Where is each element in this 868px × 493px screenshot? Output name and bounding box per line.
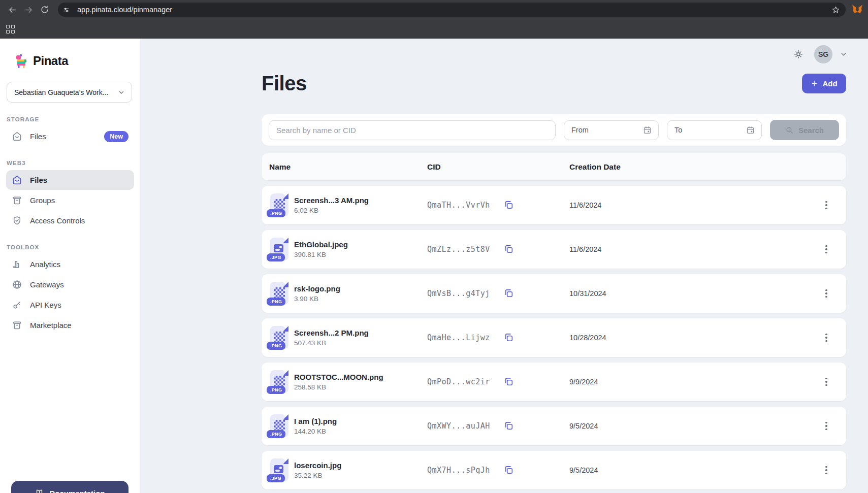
sidebar-item-analytics[interactable]: Analytics (6, 254, 134, 274)
plus-icon (811, 80, 818, 87)
browser-forward-button[interactable] (20, 2, 37, 18)
sidebar-item-label: API Keys (30, 301, 61, 309)
search-button[interactable]: Search (770, 120, 839, 140)
file-extension-badge: .JPG (267, 253, 285, 261)
browser-chrome: app.pinata.cloud/pinmanager (0, 0, 868, 39)
creation-date: 11/6/2024 (569, 201, 818, 209)
file-type-icon: .PNG (269, 326, 290, 350)
sidebar-item-icon (12, 175, 22, 185)
url-text[interactable]: app.pinata.cloud/pinmanager (77, 6, 831, 14)
row-menu-button[interactable] (818, 373, 835, 390)
copy-icon (503, 288, 514, 299)
copy-icon (503, 332, 514, 343)
table-row[interactable]: .JPG losercoin.jpg 35.22 KB QmX7H...sPqJ… (262, 451, 846, 489)
file-type-icon: .JPG (269, 458, 290, 482)
sidebar: Pinata Sebastian Guaqueta's Work... STOR… (0, 39, 140, 493)
file-size: 6.02 KB (294, 207, 369, 214)
file-cid: QmaHe...Lijwz (427, 333, 490, 342)
workspace-name: Sebastian Guaqueta's Work... (14, 88, 117, 96)
sidebar-item-marketplace[interactable]: Marketplace (6, 315, 134, 335)
sidebar-item-icon (12, 279, 22, 290)
date-to-field[interactable]: To (667, 120, 762, 140)
sidebar-section-label: STORAGE (7, 116, 140, 122)
sidebar-item-icon (12, 195, 22, 206)
bookmark-star-icon[interactable] (831, 5, 841, 15)
copy-icon (503, 420, 514, 431)
file-name: Screensh...3 AM.png (294, 196, 369, 205)
row-menu-button[interactable] (818, 417, 835, 435)
workspace-selector[interactable]: Sebastian Guaqueta's Work... (7, 82, 132, 103)
sidebar-item-label: Gateways (30, 280, 64, 289)
browser-reload-button[interactable] (37, 2, 53, 18)
copy-cid-button[interactable] (503, 288, 515, 299)
calendar-icon[interactable] (642, 125, 652, 135)
copy-cid-button[interactable] (503, 465, 515, 476)
sidebar-item-files[interactable]: Files (6, 170, 134, 190)
column-header-creation-date: Creation Date (569, 162, 818, 172)
sidebar-nav: STORAGE Files New WEB3 Files Groups Acce… (0, 116, 140, 335)
search-toolbar: From To Search (262, 114, 846, 146)
sidebar-item-groups[interactable]: Groups (6, 190, 134, 210)
date-from-placeholder: From (571, 126, 642, 134)
copy-cid-button[interactable] (503, 244, 515, 255)
documentation-button[interactable]: Documentation (11, 481, 128, 493)
table-row[interactable]: .PNG rsk-logo.png 3.90 KB QmVsB...g4Tyj … (262, 274, 846, 313)
url-bar[interactable]: app.pinata.cloud/pinmanager (58, 3, 846, 17)
date-from-field[interactable]: From (564, 120, 659, 140)
metamask-extension-icon[interactable] (852, 4, 863, 15)
sidebar-item-icon (12, 215, 22, 226)
sidebar-item-label: Access Controls (30, 216, 85, 225)
copy-cid-button[interactable] (503, 376, 515, 387)
column-header-name: Name (269, 162, 427, 172)
pinata-logo-icon (15, 54, 28, 68)
sidebar-item-files[interactable]: Files New (6, 126, 134, 146)
row-menu-button[interactable] (818, 196, 835, 214)
copy-icon (503, 244, 514, 254)
site-settings-icon[interactable] (60, 4, 72, 16)
file-cid: QmaTH...VvrVh (427, 201, 490, 210)
file-size: 390.81 KB (294, 251, 348, 258)
search-input[interactable] (269, 120, 556, 140)
sidebar-item-gateways[interactable]: Gateways (6, 275, 134, 294)
sidebar-item-access-controls[interactable]: Access Controls (6, 211, 134, 231)
pinata-logo-text: Pinata (33, 54, 68, 68)
new-badge: New (104, 131, 128, 142)
file-size: 507.43 KB (294, 339, 369, 347)
row-menu-button[interactable] (818, 462, 835, 479)
tab-groups-grid-icon[interactable] (6, 25, 15, 34)
creation-date: 10/31/2024 (569, 289, 818, 298)
file-cid: QmZLz...z5t8V (427, 245, 490, 254)
page-title: Files (262, 72, 307, 95)
file-cid: QmX7H...sPqJh (427, 466, 490, 475)
copy-cid-button[interactable] (503, 420, 515, 432)
sidebar-item-label: Analytics (30, 260, 60, 269)
file-name: rsk-logo.png (294, 284, 340, 293)
column-header-cid: CID (427, 162, 569, 172)
calendar-icon[interactable] (746, 125, 755, 135)
row-menu-button[interactable] (818, 285, 835, 302)
table-header: Name CID Creation Date (262, 153, 846, 180)
sidebar-item-api-keys[interactable]: API Keys (6, 295, 134, 315)
table-row[interactable]: .PNG I am (1).png 144.20 KB QmXWY...auJA… (262, 407, 846, 445)
table-row[interactable]: .PNG Screensh...3 AM.png 6.02 KB QmaTH..… (262, 186, 846, 224)
table-row[interactable]: .PNG ROOTSTOC...MOON.png 258.58 KB QmPoD… (262, 363, 846, 401)
browser-back-button[interactable] (4, 2, 20, 18)
pinata-logo[interactable]: Pinata (15, 54, 140, 68)
creation-date: 9/9/2024 (569, 378, 818, 386)
copy-cid-button[interactable] (503, 332, 515, 343)
table-row[interactable]: .PNG Screensh...2 PM.png 507.43 KB QmaHe… (262, 318, 846, 357)
file-name: I am (1).png (294, 417, 337, 425)
add-button[interactable]: Add (802, 74, 846, 93)
copy-icon (503, 376, 514, 387)
sidebar-item-label: Groups (30, 196, 55, 205)
row-menu-button[interactable] (818, 241, 835, 258)
main-area: SG Files Add From To (140, 39, 868, 493)
file-name: EthGlobal.jpeg (294, 240, 348, 249)
file-extension-badge: .JPG (267, 474, 285, 482)
row-menu-button[interactable] (818, 329, 835, 346)
file-table-body: .PNG Screensh...3 AM.png 6.02 KB QmaTH..… (262, 186, 846, 489)
file-cid: QmXWY...auJAH (427, 421, 490, 431)
table-row[interactable]: .JPG EthGlobal.jpeg 390.81 KB QmZLz...z5… (262, 230, 846, 269)
file-name: ROOTSTOC...MOON.png (294, 373, 383, 381)
copy-cid-button[interactable] (503, 200, 515, 211)
